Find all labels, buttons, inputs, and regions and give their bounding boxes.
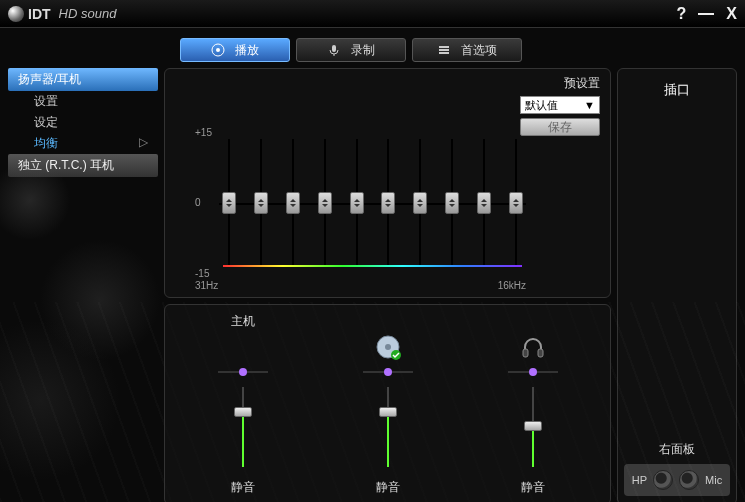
tab-playback[interactable]: 播放 — [180, 38, 290, 62]
jack-panel: 插口 右面板 HP Mic — [617, 68, 737, 502]
tab-playback-label: 播放 — [235, 42, 259, 59]
eq-band-slider[interactable] — [283, 139, 303, 267]
mute-button[interactable]: 静音 — [521, 479, 545, 496]
tab-record[interactable]: 录制 — [296, 38, 406, 62]
balance-thumb[interactable] — [239, 368, 247, 376]
minimize-button[interactable] — [698, 13, 714, 15]
app-logo: IDT HD sound — [8, 6, 116, 22]
preset-label: 预设置 — [564, 75, 600, 92]
eq-band-slider[interactable] — [347, 139, 367, 267]
balance-slider[interactable] — [218, 369, 268, 375]
sidebar-item-label: 设置 — [34, 94, 58, 108]
jack-port-row: HP Mic — [624, 464, 730, 496]
jack-panel-name: 右面板 — [659, 441, 695, 458]
eq-band-slider[interactable] — [474, 139, 494, 267]
mute-button[interactable]: 静音 — [231, 479, 255, 496]
sidebar-item-label: 扬声器/耳机 — [18, 72, 81, 86]
svg-rect-5 — [439, 52, 449, 54]
mixer-channel-master: 主机静音 — [175, 313, 310, 496]
volume-slider[interactable] — [238, 387, 248, 467]
close-button[interactable]: X — [726, 5, 737, 23]
expand-icon: ▷ — [139, 135, 148, 152]
eq-band-slider[interactable] — [251, 139, 271, 267]
tab-preferences[interactable]: 首选项 — [412, 38, 522, 62]
balance-slider[interactable] — [363, 369, 413, 375]
balance-thumb[interactable] — [529, 368, 537, 376]
speaker-icon — [211, 43, 225, 57]
mixer-channel-device: 静音 — [320, 313, 455, 496]
chevron-down-icon: ▼ — [584, 99, 595, 111]
eq-band-thumb[interactable] — [509, 192, 523, 214]
sidebar-item-label: 设定 — [34, 115, 58, 129]
eq-graph: +15 0 -15 — [195, 129, 530, 277]
volume-slider[interactable] — [383, 387, 393, 467]
tab-preferences-label: 首选项 — [461, 42, 497, 59]
sidebar: 扬声器/耳机 设置 设定 均衡 ▷ 独立 (R.T.C.) 耳机 — [8, 68, 158, 502]
svg-rect-9 — [523, 349, 528, 357]
svg-rect-2 — [332, 45, 336, 52]
preset-save-button[interactable]: 保存 — [520, 118, 600, 136]
svg-rect-4 — [439, 49, 449, 51]
eq-band-thumb[interactable] — [413, 192, 427, 214]
eq-ylabel-mid: 0 — [195, 197, 201, 208]
volume-thumb[interactable] — [524, 421, 542, 431]
eq-spectrum-bar — [223, 265, 522, 267]
tab-record-label: 录制 — [351, 42, 375, 59]
mute-button[interactable]: 静音 — [376, 479, 400, 496]
eq-band-thumb[interactable] — [222, 192, 236, 214]
hp-jack-port[interactable] — [653, 470, 673, 490]
channel-title: 主机 — [231, 313, 255, 329]
eq-ylabel-min: -15 — [195, 268, 209, 279]
eq-xlabel-max: 16kHz — [498, 280, 526, 291]
sidebar-item-label: 独立 (R.T.C.) 耳机 — [18, 158, 114, 172]
eq-band-slider[interactable] — [315, 139, 335, 267]
mic-icon — [327, 43, 341, 57]
eq-band-thumb[interactable] — [381, 192, 395, 214]
volume-slider[interactable] — [528, 387, 538, 467]
mixer-panel: 主机静音静音静音 — [164, 304, 611, 502]
tab-row: 播放 录制 首选项 — [180, 38, 745, 62]
volume-thumb[interactable] — [234, 407, 252, 417]
sound-device-icon — [374, 333, 402, 361]
balance-thumb[interactable] — [384, 368, 392, 376]
sidebar-item-speakers[interactable]: 扬声器/耳机 — [8, 68, 158, 91]
eq-band-slider[interactable] — [378, 139, 398, 267]
eq-band-thumb[interactable] — [445, 192, 459, 214]
svg-rect-10 — [538, 349, 543, 357]
svg-point-1 — [216, 48, 220, 52]
mic-jack-port[interactable] — [679, 470, 699, 490]
svg-point-7 — [385, 344, 391, 350]
list-icon — [437, 43, 451, 57]
eq-band-slider[interactable] — [219, 139, 239, 267]
brand-text: IDT — [28, 6, 51, 22]
balance-slider[interactable] — [508, 369, 558, 375]
eq-xlabel-min: 31Hz — [195, 280, 218, 291]
sidebar-sub-settings[interactable]: 设置 — [8, 91, 158, 112]
headphones-icon — [519, 333, 547, 361]
volume-thumb[interactable] — [379, 407, 397, 417]
eq-band-thumb[interactable] — [254, 192, 268, 214]
eq-band-thumb[interactable] — [350, 192, 364, 214]
mixer-channel-headphones: 静音 — [465, 313, 600, 496]
jack-title: 插口 — [664, 81, 690, 99]
eq-band-thumb[interactable] — [286, 192, 300, 214]
sidebar-item-label: 均衡 — [34, 135, 58, 152]
title-bar: IDT HD sound ? X — [0, 0, 745, 28]
eq-band-thumb[interactable] — [477, 192, 491, 214]
svg-rect-3 — [439, 46, 449, 48]
preset-select[interactable]: 默认值 ▼ — [520, 96, 600, 114]
preset-save-label: 保存 — [548, 120, 572, 134]
eq-band-slider[interactable] — [506, 139, 526, 267]
equalizer-panel: 预设置 默认值 ▼ 保存 +15 0 -15 31Hz 16kHz — [164, 68, 611, 298]
eq-band-thumb[interactable] — [318, 192, 332, 214]
help-button[interactable]: ? — [677, 5, 687, 23]
sidebar-sub-config[interactable]: 设定 — [8, 112, 158, 133]
sidebar-item-independent[interactable]: 独立 (R.T.C.) 耳机 — [8, 154, 158, 177]
mic-label: Mic — [705, 474, 722, 486]
preset-value: 默认值 — [525, 98, 558, 113]
eq-band-slider[interactable] — [410, 139, 430, 267]
eq-band-slider[interactable] — [442, 139, 462, 267]
sidebar-sub-eq[interactable]: 均衡 ▷ — [8, 133, 158, 154]
eq-ylabel-max: +15 — [195, 127, 212, 138]
product-text: HD sound — [59, 6, 117, 21]
